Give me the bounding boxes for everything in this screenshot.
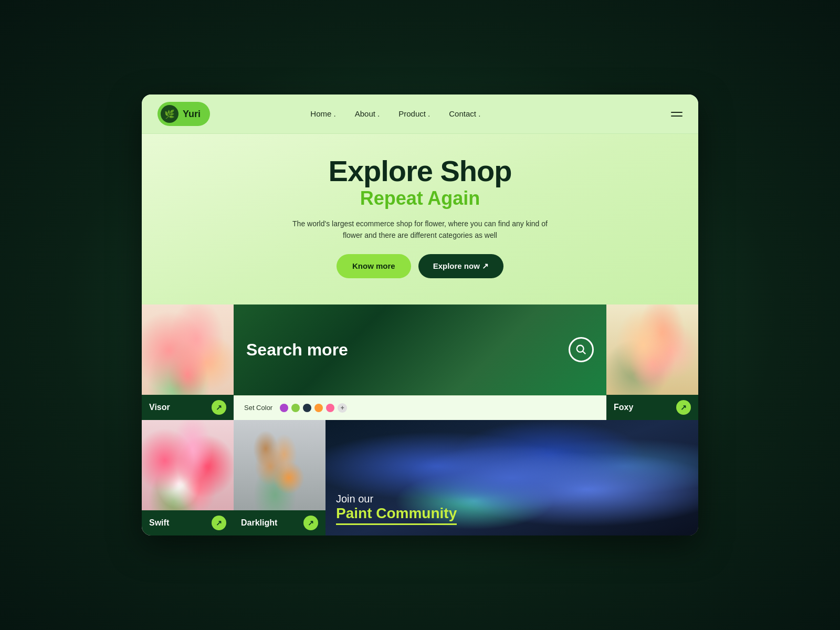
color-picker: Set Color + bbox=[234, 395, 606, 420]
search-icon[interactable] bbox=[569, 337, 594, 362]
visor-label-text: Visor bbox=[149, 403, 170, 412]
bottom-row: Swift ↗ Darklight ↗ Join our Paint Commu bbox=[142, 420, 698, 536]
visor-card-label: Visor ↗ bbox=[142, 395, 234, 420]
community-card[interactable]: Join our Paint Community bbox=[326, 420, 698, 536]
darklight-card-label: Darklight ↗ bbox=[234, 510, 326, 536]
middle-section: Search more Set Color + bbox=[234, 304, 606, 420]
browser-window: 🌿 Yuri Home . About . Product . Contact … bbox=[142, 94, 698, 535]
color-dot-dark[interactable] bbox=[303, 404, 311, 412]
hero-description: The world's largest ecommerce shop for f… bbox=[289, 218, 551, 242]
nav-item-about[interactable]: About . bbox=[355, 109, 380, 119]
logo-text: Yuri bbox=[183, 109, 201, 120]
swift-label-text: Swift bbox=[149, 518, 169, 528]
hero-subtitle: Repeat Again bbox=[158, 187, 682, 209]
foxy-card[interactable]: Foxy ↗ bbox=[606, 304, 698, 420]
foxy-arrow-icon: ↗ bbox=[680, 403, 687, 412]
color-dot-pink[interactable] bbox=[326, 404, 334, 412]
color-dots: + bbox=[280, 403, 347, 413]
hamburger-menu[interactable] bbox=[671, 112, 682, 117]
darklight-arrow-button[interactable]: ↗ bbox=[303, 516, 318, 530]
visor-arrow-icon: ↗ bbox=[216, 403, 222, 412]
foxy-label-text: Foxy bbox=[614, 403, 633, 412]
svg-point-0 bbox=[577, 345, 584, 352]
hamburger-line-1 bbox=[671, 112, 682, 113]
nav-item-product[interactable]: Product . bbox=[398, 109, 430, 119]
darklight-arrow-icon: ↗ bbox=[308, 519, 314, 527]
explore-now-button[interactable]: Explore now ↗ bbox=[418, 254, 503, 278]
paint-community-text: Paint Community bbox=[336, 505, 457, 525]
color-dot-purple[interactable] bbox=[280, 404, 288, 412]
hero-section: Explore Shop Repeat Again The world's la… bbox=[142, 134, 698, 304]
know-more-button[interactable]: Know more bbox=[337, 254, 411, 278]
swift-card[interactable]: Swift ↗ bbox=[142, 420, 234, 536]
swift-arrow-button[interactable]: ↗ bbox=[212, 516, 226, 530]
logo[interactable]: 🌿 Yuri bbox=[158, 102, 210, 126]
swift-card-label: Swift ↗ bbox=[142, 510, 234, 536]
navbar: 🌿 Yuri Home . About . Product . Contact … bbox=[142, 94, 698, 134]
color-add-button[interactable]: + bbox=[338, 403, 347, 413]
search-bar[interactable]: Search more bbox=[234, 304, 606, 395]
svg-line-1 bbox=[583, 351, 585, 354]
set-color-label: Set Color bbox=[244, 404, 272, 412]
hero-buttons: Know more Explore now ↗ bbox=[158, 254, 682, 278]
color-dot-green[interactable] bbox=[291, 404, 300, 412]
community-text: Join our Paint Community bbox=[336, 493, 457, 525]
hero-title: Explore Shop bbox=[158, 155, 682, 187]
main-grid: Visor ↗ Search more Set Color bbox=[142, 304, 698, 420]
logo-icon: 🌿 bbox=[161, 105, 178, 123]
color-dot-orange[interactable] bbox=[314, 404, 323, 412]
hamburger-line-2 bbox=[671, 116, 682, 117]
darklight-card[interactable]: Darklight ↗ bbox=[234, 420, 326, 536]
search-label: Search more bbox=[246, 340, 562, 360]
visor-arrow-button[interactable]: ↗ bbox=[212, 400, 226, 415]
darklight-label-text: Darklight bbox=[241, 518, 277, 528]
foxy-arrow-button[interactable]: ↗ bbox=[676, 400, 691, 415]
join-our-text: Join our bbox=[336, 493, 457, 505]
nav-item-contact[interactable]: Contact . bbox=[449, 109, 480, 119]
visor-card[interactable]: Visor ↗ bbox=[142, 304, 234, 420]
foxy-card-label: Foxy ↗ bbox=[606, 395, 698, 420]
swift-arrow-icon: ↗ bbox=[216, 519, 222, 527]
nav-item-home[interactable]: Home . bbox=[310, 109, 335, 119]
nav-links: Home . About . Product . Contact . bbox=[310, 109, 480, 119]
